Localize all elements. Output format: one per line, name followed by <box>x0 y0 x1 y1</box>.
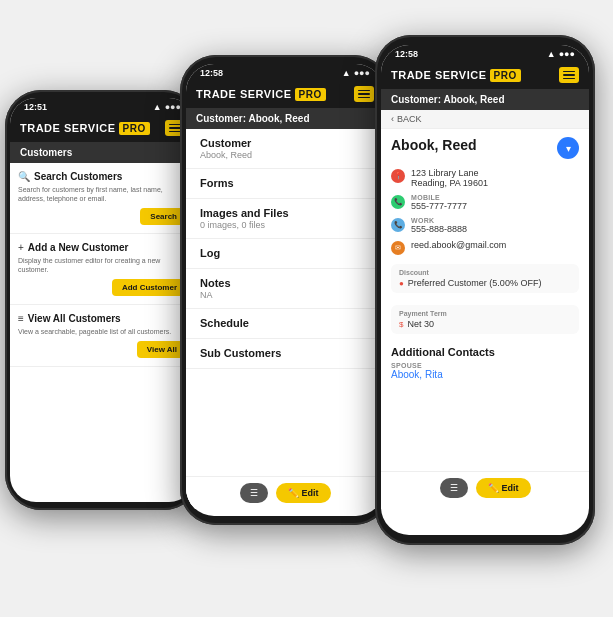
phone3-menu-line2 <box>563 74 575 76</box>
menu-item-forms[interactable]: Forms <box>186 169 384 199</box>
phone2-list-button[interactable]: ☰ <box>240 483 268 503</box>
search-icon: 🔍 <box>18 171 30 182</box>
menu-item-customer[interactable]: Customer Abook, Reed <box>186 129 384 169</box>
logo-pro: PRO <box>119 122 150 135</box>
search-desc: Search for customers by first name, last… <box>18 185 187 203</box>
phone2-content: Customer Abook, Reed Forms Images and Fi… <box>186 129 384 509</box>
view-desc: View a searchable, pageable list of all … <box>18 327 187 336</box>
additional-contacts-title: Additional Contacts <box>391 346 579 358</box>
address-info: 123 Library Lane Reading, PA 19601 <box>411 168 488 188</box>
search-section: 🔍 Search Customers Search for customers … <box>10 163 195 234</box>
signal-icon: ●●● <box>165 102 181 112</box>
address-line2: Reading, PA 19601 <box>411 178 488 188</box>
add-desc: Display the customer editor for creating… <box>18 256 187 274</box>
phone3-bottom-bar: ☰ ✏️ Edit <box>381 471 589 504</box>
work-row: 📞 WORK 555-888-8888 <box>391 214 579 237</box>
list-icon: ≡ <box>18 313 24 324</box>
phone3-edit-label: Edit <box>502 483 519 493</box>
phone3-wifi-icon: ▲ <box>547 49 556 59</box>
phone-customer-detail: 12:58 ▲ ●●● TRADE SERVICE PRO Custome <box>375 35 595 545</box>
phone2-menu-button[interactable] <box>354 86 374 102</box>
back-link[interactable]: ‹ BACK <box>391 114 579 124</box>
phone1-page-title: Customers <box>10 142 195 163</box>
menu-item-images[interactable]: Images and Files 0 images, 0 files <box>186 199 384 239</box>
phone1-time: 12:51 <box>24 102 47 112</box>
phone2-status-bar: 12:58 ▲ ●●● <box>186 64 384 80</box>
address-row: 📍 123 Library Lane Reading, PA 19601 <box>391 165 579 191</box>
discount-section: Discount ● Preferred Customer (5.00% OFF… <box>391 264 579 293</box>
phone3-list-button[interactable]: ☰ <box>440 478 468 498</box>
work-number: 555-888-8888 <box>411 224 467 234</box>
back-chevron-icon: ‹ <box>391 114 394 124</box>
phone-customers: 12:51 ▲ ●●● TRADE SERVICE PRO <box>5 90 200 510</box>
phone2-menu-line1 <box>358 90 370 92</box>
discount-icon: ● <box>399 279 404 288</box>
phone3-logo: TRADE SERVICE PRO <box>391 69 521 82</box>
phone1-logo: TRADE SERVICE PRO <box>20 122 150 135</box>
phone3-menu-button[interactable] <box>559 67 579 83</box>
email-icon: ✉ <box>391 241 405 255</box>
add-customer-button[interactable]: Add Customer <box>112 279 187 296</box>
add-customer-section: + Add a New Customer Display the custome… <box>10 234 195 305</box>
menu-item-schedule-title: Schedule <box>200 317 370 329</box>
discount-value: ● Preferred Customer (5.00% OFF) <box>399 278 571 288</box>
phone1-status-icons: ▲ ●●● <box>153 102 181 112</box>
menu-item-subcustomers-title: Sub Customers <box>200 347 370 359</box>
menu-item-notes-sub: NA <box>200 290 370 300</box>
phone1-app-header: TRADE SERVICE PRO <box>10 114 195 142</box>
phone1-status-bar: 12:51 ▲ ●●● <box>10 98 195 114</box>
phone2-status-icons: ▲ ●●● <box>342 68 370 78</box>
discount-text: Preferred Customer (5.00% OFF) <box>408 278 542 288</box>
customer-detail-header: Abook, Reed ▾ <box>381 129 589 165</box>
back-label: BACK <box>397 114 422 124</box>
customer-detail-name: Abook, Reed <box>391 137 477 153</box>
menu-item-schedule[interactable]: Schedule <box>186 309 384 339</box>
phone-customer-menu: 12:58 ▲ ●●● TRADE SERVICE PRO Custome <box>180 55 390 525</box>
menu-item-log-title: Log <box>200 247 370 259</box>
email-info: reed.abook@gmail.com <box>411 240 506 250</box>
add-heading: Add a New Customer <box>28 242 129 253</box>
phone2-bottom-bar: ☰ ✏️ Edit <box>186 476 384 509</box>
customer-menu-list: Customer Abook, Reed Forms Images and Fi… <box>186 129 384 369</box>
additional-contacts-section: Additional Contacts SPOUSE Abook, Rita <box>381 340 589 384</box>
menu-item-notes-title: Notes <box>200 277 370 289</box>
phone2-logo: TRADE SERVICE PRO <box>196 88 326 101</box>
add-row: + Add a New Customer <box>18 242 187 253</box>
phone2-app-header: TRADE SERVICE PRO <box>186 80 384 108</box>
phone2-edit-button[interactable]: ✏️ Edit <box>276 483 331 503</box>
menu-item-images-sub: 0 images, 0 files <box>200 220 370 230</box>
location-icon: 📍 <box>391 169 405 183</box>
phone3-app-header: TRADE SERVICE PRO <box>381 61 589 89</box>
phone3-edit-pencil-icon: ✏️ <box>488 483 499 493</box>
expand-button[interactable]: ▾ <box>557 137 579 159</box>
phone2-wifi-icon: ▲ <box>342 68 351 78</box>
search-row: 🔍 Search Customers <box>18 171 187 182</box>
menu-item-notes[interactable]: Notes NA <box>186 269 384 309</box>
customer-info-list: 📍 123 Library Lane Reading, PA 19601 📞 M… <box>381 165 589 258</box>
phone2-menu-line3 <box>358 97 370 99</box>
phone3-page-title: Customer: Abook, Reed <box>381 89 589 110</box>
work-phone-icon: 📞 <box>391 218 405 232</box>
phone1-inner: 12:51 ▲ ●●● TRADE SERVICE PRO <box>10 98 195 502</box>
menu-item-subcustomers[interactable]: Sub Customers <box>186 339 384 369</box>
phone3-time: 12:58 <box>395 49 418 59</box>
phone2-logo-pro: PRO <box>295 88 326 101</box>
menu-item-log[interactable]: Log <box>186 239 384 269</box>
phone3-signal-icon: ●●● <box>559 49 575 59</box>
payment-text: Net 30 <box>407 319 434 329</box>
phone2-page-title: Customer: Abook, Reed <box>186 108 384 129</box>
phone1-content: 🔍 Search Customers Search for customers … <box>10 163 195 367</box>
phone2-time: 12:58 <box>200 68 223 78</box>
phone3-status-bar: 12:58 ▲ ●●● <box>381 45 589 61</box>
phone3-back-bar: ‹ BACK <box>381 110 589 129</box>
logo-text: TRADE SERVICE <box>20 122 116 134</box>
plus-icon: + <box>18 242 24 253</box>
phone2-inner: 12:58 ▲ ●●● TRADE SERVICE PRO Custome <box>186 64 384 516</box>
address-line1: 123 Library Lane <box>411 168 488 178</box>
payment-section: Payment Term $ Net 30 <box>391 305 579 334</box>
wifi-icon: ▲ <box>153 102 162 112</box>
spouse-name: Abook, Rita <box>391 369 579 380</box>
phone3-logo-pro: PRO <box>490 69 521 82</box>
menu-item-images-title: Images and Files <box>200 207 370 219</box>
phone3-edit-button[interactable]: ✏️ Edit <box>476 478 531 498</box>
